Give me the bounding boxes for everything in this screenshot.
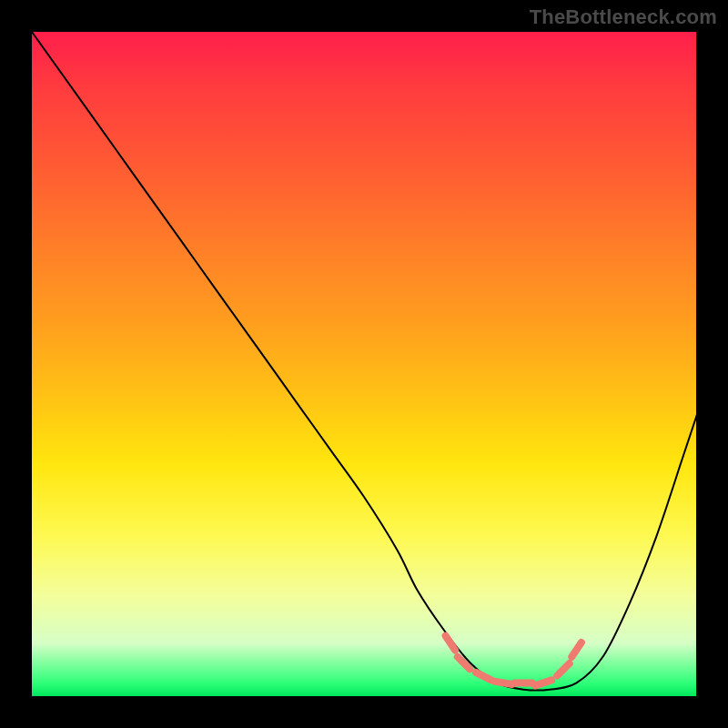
optimal-range-markers [446,636,581,686]
bottleneck-curve [32,32,697,691]
optimal-marker [458,657,470,669]
optimal-marker [535,680,551,685]
optimal-marker [495,682,512,684]
chart-frame: TheBottleneck.com [0,0,728,728]
optimal-marker [571,642,581,657]
optimal-marker [446,636,456,651]
watermark-text: TheBottleneck.com [530,5,717,29]
plot-area [32,32,696,696]
chart-svg [32,32,696,696]
optimal-marker [476,672,491,680]
optimal-marker [557,663,569,675]
curve-line [32,32,697,691]
